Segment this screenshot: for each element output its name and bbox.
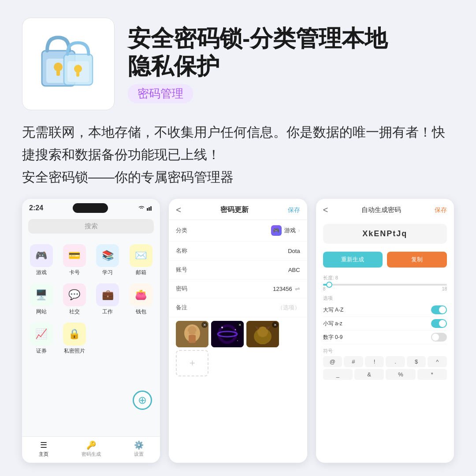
- list-item[interactable]: ✉️ 邮箱: [124, 241, 157, 280]
- copy-button[interactable]: 复制: [387, 252, 447, 268]
- symbols-section: 符号 @ # ! . $ ^ _ & % *: [316, 346, 454, 382]
- option-lowercase: 小写 a-z: [323, 317, 447, 331]
- slider-min: 8: [323, 286, 326, 291]
- list-item[interactable]: 💼 工作: [91, 280, 124, 319]
- option-numbers: 数字 0-9: [323, 331, 447, 344]
- account-row[interactable]: 账号 ABC: [169, 260, 307, 279]
- svg-rect-16: [195, 331, 199, 333]
- screen3-header: < 自动生成密码 保存: [316, 199, 454, 219]
- svg-rect-9: [149, 207, 150, 211]
- tab-settings[interactable]: ⚙️ 设置: [134, 440, 144, 457]
- screenshots-row: 2:24 搜索 🎮 游戏 💳 卡号: [22, 199, 454, 463]
- password-row[interactable]: 密码 123456 ⇌: [169, 279, 307, 298]
- options-section: 选项 大写 A-Z 小写 a-z 数字 0-9: [316, 293, 454, 346]
- gear-icon: ⚙️: [134, 440, 144, 450]
- save-button-3[interactable]: 保存: [435, 206, 447, 214]
- add-image-button[interactable]: +: [176, 350, 208, 376]
- options-title: 选项: [323, 295, 447, 301]
- length-section: 长度: 8 8 18: [316, 271, 454, 293]
- fab-add-button[interactable]: ⊕: [133, 390, 152, 410]
- app-header: 安全密码锁-分类管理本地 隐私保护 密码管理: [22, 18, 454, 110]
- svg-point-23: [237, 340, 238, 341]
- wifi-signal: [138, 205, 153, 211]
- list-item[interactable]: 📚 学习: [91, 241, 124, 280]
- statusbar1: 2:24: [22, 199, 160, 216]
- notch: [73, 203, 108, 213]
- symbol-dollar[interactable]: $: [407, 356, 426, 367]
- screen2-header: < 密码更新 保存: [169, 199, 307, 220]
- toggle-lowercase[interactable]: [431, 319, 447, 328]
- lock-icon: [33, 29, 104, 99]
- key-icon: 🔑: [86, 440, 96, 450]
- symbol-ampersand[interactable]: &: [354, 369, 384, 380]
- svg-rect-27: [260, 337, 266, 344]
- image-thumb-3[interactable]: ✕: [246, 321, 279, 347]
- image-thumb-1[interactable]: ✕: [176, 321, 208, 347]
- screen2-password-update: < 密码更新 保存 分类 🎮 游戏 › 名称 Dota 账号 ABC: [169, 199, 307, 463]
- symbols-row2: _ & % *: [323, 369, 447, 380]
- list-item[interactable]: 💬 社交: [58, 280, 91, 319]
- symbol-underscore[interactable]: _: [323, 369, 353, 380]
- screen3-auto-generate: < 自动生成密码 保存 XkENPtJq 重新生成 复制 长度: 8 8: [316, 199, 454, 463]
- list-item[interactable]: 🔒 私密照片: [58, 319, 91, 358]
- app-icon: [22, 18, 115, 110]
- slider-max: 18: [442, 286, 447, 291]
- action-buttons: 重新生成 复制: [323, 252, 447, 268]
- app-grid: 🎮 游戏 💳 卡号 📚 学习 ✉️ 邮箱 🖥️ 网站: [22, 237, 160, 362]
- home-icon: ☰: [40, 440, 47, 450]
- screen3-title: 自动生成密码: [361, 206, 401, 214]
- app-title: 安全密码锁-分类管理本地 隐私保护: [128, 25, 387, 80]
- bottom-navbar: ☰ 主页 🔑 密码生成 ⚙️ 设置: [22, 436, 160, 463]
- app-description: 无需联网，本地存储，不收集用户任何信息。你是数据的唯一拥有者！快捷搜索和数据备份…: [22, 121, 454, 188]
- image-thumb-2[interactable]: ✕: [211, 321, 244, 347]
- option-uppercase: 大写 A-Z: [323, 303, 447, 317]
- save-button[interactable]: 保存: [288, 206, 300, 214]
- regenerate-button[interactable]: 重新生成: [323, 252, 383, 268]
- svg-point-22: [235, 329, 236, 331]
- time-display: 2:24: [29, 204, 43, 212]
- generated-password: XkENPtJq: [323, 224, 447, 244]
- back-button-3[interactable]: <: [323, 205, 328, 215]
- svg-rect-8: [147, 208, 148, 211]
- svg-rect-3: [56, 70, 60, 76]
- symbol-exclaim[interactable]: !: [365, 356, 384, 367]
- svg-rect-14: [189, 335, 196, 343]
- svg-point-21: [221, 327, 223, 328]
- svg-rect-7: [76, 71, 79, 77]
- list-item[interactable]: 📈 证券: [25, 319, 58, 358]
- svg-point-26: [257, 327, 268, 337]
- symbol-caret[interactable]: ^: [428, 356, 447, 367]
- symbol-at[interactable]: @: [323, 356, 342, 367]
- symbols-row1: @ # ! . $ ^: [323, 356, 447, 367]
- tab-home[interactable]: ☰ 主页: [39, 440, 48, 457]
- search-bar[interactable]: 搜索: [28, 219, 154, 234]
- screen1-main: 2:24 搜索 🎮 游戏 💳 卡号: [22, 199, 160, 463]
- list-item[interactable]: 💳 卡号: [58, 241, 91, 280]
- length-slider-track: [323, 284, 447, 286]
- back-button[interactable]: <: [176, 205, 181, 215]
- svg-rect-15: [186, 331, 189, 333]
- symbols-title: 符号: [323, 348, 447, 354]
- symbol-asterisk[interactable]: *: [417, 369, 447, 380]
- toggle-numbers[interactable]: [431, 333, 447, 342]
- category-icon: 🎮: [271, 225, 282, 236]
- svg-point-19: [220, 327, 234, 341]
- shuffle-icon: ⇌: [295, 285, 300, 292]
- symbol-dot[interactable]: .: [386, 356, 405, 367]
- svg-rect-10: [150, 206, 152, 211]
- header-text: 安全密码锁-分类管理本地 隐私保护 密码管理: [128, 25, 387, 103]
- name-row[interactable]: 名称 Dota: [169, 242, 307, 260]
- symbol-percent[interactable]: %: [386, 369, 415, 380]
- symbol-hash[interactable]: #: [344, 356, 363, 367]
- list-item[interactable]: 👛 钱包: [124, 280, 157, 319]
- list-item[interactable]: 🖥️ 网站: [25, 280, 58, 319]
- category-row: 分类 🎮 游戏 ›: [169, 220, 307, 242]
- length-slider-thumb[interactable]: [326, 282, 332, 288]
- tab-password-gen[interactable]: 🔑 密码生成: [82, 440, 101, 457]
- category-badge: 密码管理: [128, 84, 193, 103]
- notes-row[interactable]: 备注 （选项）: [169, 298, 307, 317]
- toggle-uppercase[interactable]: [431, 305, 447, 314]
- screen2-title: 密码更新: [220, 205, 249, 215]
- list-item[interactable]: 🎮 游戏: [25, 241, 58, 280]
- length-label: 长度: 8: [323, 275, 447, 281]
